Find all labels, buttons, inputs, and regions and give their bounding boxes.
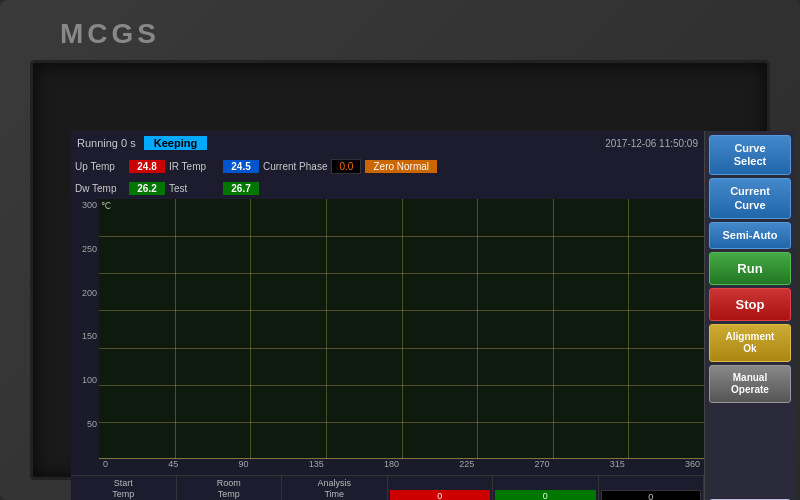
sensor-row-1: Up Temp 24.8 IR Temp 24.5 Current Phase … <box>71 155 704 177</box>
zero-normal-button[interactable]: Zero Normal <box>365 160 437 173</box>
y-label-100: 100 <box>82 376 97 385</box>
col-red: 0 0 0 <box>388 476 494 500</box>
x-label-225: 225 <box>459 459 474 475</box>
red-cell-1: 0 <box>390 490 491 500</box>
grid-v-3 <box>326 199 327 459</box>
x-label-45: 45 <box>168 459 178 475</box>
chart-grid: ℃ <box>99 199 704 459</box>
x-label-315: 315 <box>610 459 625 475</box>
x-label-270: 270 <box>534 459 549 475</box>
y-label-200: 200 <box>82 289 97 298</box>
analysis-time-label: AnalysisTime <box>317 478 351 500</box>
dw-temp-value: 26.2 <box>129 182 165 195</box>
up-temp-label: Up Temp <box>75 161 125 172</box>
y-label-0 <box>94 464 97 473</box>
grid-h-bottom <box>99 458 704 459</box>
run-button[interactable]: Run <box>709 252 791 285</box>
x-label-0: 0 <box>103 459 108 475</box>
y-label-250: 250 <box>82 245 97 254</box>
right-panel: CurveSelect CurrentCurve Semi-Auto Run S… <box>705 131 795 500</box>
grid-v-5 <box>477 199 478 459</box>
x-label-90: 90 <box>238 459 248 475</box>
manual-operate-button[interactable]: ManualOperate <box>709 365 791 403</box>
grid-v-6 <box>553 199 554 459</box>
up-temp-value: 24.8 <box>129 160 165 173</box>
col-red-label <box>438 478 441 489</box>
room-temp-col: RoomTemp 0 0 0 <box>177 476 283 500</box>
col-black-label <box>649 478 652 489</box>
y-label-50: 50 <box>87 420 97 429</box>
running-label: Running 0 s <box>77 137 136 149</box>
chart-area: 300 250 200 150 100 50 ℃ <box>71 199 704 475</box>
screen-content: Running 0 s Keeping 2017-12-06 11:50:09 … <box>71 131 795 500</box>
black-cell-1: 0 <box>601 490 702 500</box>
status-bar: Running 0 s Keeping 2017-12-06 11:50:09 <box>71 131 704 155</box>
x-axis-labels: 0 45 90 135 180 225 270 315 360 <box>99 459 704 475</box>
col-black: 0 0 0 <box>599 476 705 500</box>
grid-v-1 <box>175 199 176 459</box>
screen-bezel: Running 0 s Keeping 2017-12-06 11:50:09 … <box>30 60 770 480</box>
ir-temp-label: IR Temp <box>169 161 219 172</box>
sensor-row-2: Dw Temp 26.2 Test 26.7 <box>71 177 704 199</box>
dw-temp-label: Dw Temp <box>75 183 125 194</box>
start-temp-label: StartTemp <box>112 478 134 500</box>
stop-button[interactable]: Stop <box>709 288 791 321</box>
col-green-label <box>544 478 547 489</box>
y-label-150: 150 <box>82 332 97 341</box>
bottom-table: StartTemp 0 0 0 RoomTemp 0 0 0 Analysi <box>71 475 704 500</box>
current-curve-button[interactable]: CurrentCurve <box>709 178 791 218</box>
y-axis: 300 250 200 150 100 50 <box>71 199 99 475</box>
start-temp-col: StartTemp 0 0 0 <box>71 476 177 500</box>
green-cell-1: 0 <box>495 490 596 500</box>
x-label-180: 180 <box>384 459 399 475</box>
current-phase-label: Current Phase <box>263 161 327 172</box>
col-green: 0 0 0 <box>493 476 599 500</box>
test-value: 26.7 <box>223 182 259 195</box>
x-label-135: 135 <box>309 459 324 475</box>
grid-v-4 <box>402 199 403 459</box>
grid-v-7 <box>628 199 629 459</box>
main-panel: Running 0 s Keeping 2017-12-06 11:50:09 … <box>71 131 705 500</box>
semi-auto-button[interactable]: Semi-Auto <box>709 222 791 249</box>
curve-select-button[interactable]: CurveSelect <box>709 135 791 175</box>
ir-temp-value: 24.5 <box>223 160 259 173</box>
datetime-display: 2017-12-06 11:50:09 <box>605 138 698 149</box>
room-temp-label: RoomTemp <box>217 478 241 500</box>
device-body: MCGS Running 0 s Keeping 2017-12-06 11:5… <box>0 0 800 500</box>
analysis-time-col: AnalysisTime 0 0 0 <box>282 476 388 500</box>
chart-unit: ℃ <box>101 201 111 211</box>
y-label-300: 300 <box>82 201 97 210</box>
grid-v-2 <box>250 199 251 459</box>
alignment-ok-button[interactable]: AlignmentOk <box>709 324 791 362</box>
test-label: Test <box>169 183 219 194</box>
current-phase-value: 0.0 <box>331 159 361 174</box>
brand-logo: MCGS <box>60 18 160 50</box>
keeping-badge: Keeping <box>144 136 207 150</box>
x-label-360: 360 <box>685 459 700 475</box>
